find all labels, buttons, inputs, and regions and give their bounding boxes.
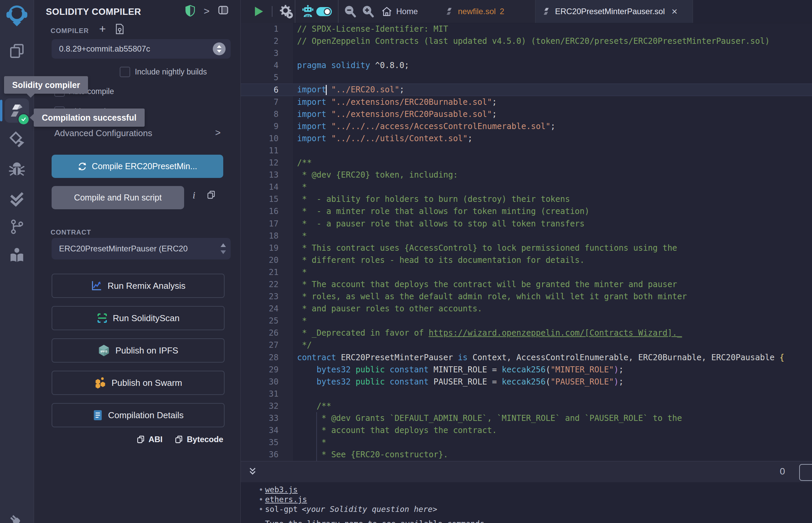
code-line[interactable]: 12/** xyxy=(241,157,812,169)
code-text: /** xyxy=(293,158,312,167)
code-text: * @dev Grants `DEFAULT_ADMIN_ROLE`, `MIN… xyxy=(293,414,682,423)
close-tab-icon[interactable]: × xyxy=(671,6,677,17)
git-icon[interactable] xyxy=(0,219,34,235)
ai-copilot-robot-icon[interactable] xyxy=(301,5,315,18)
code-line[interactable]: 2// OpenZeppelin Contracts (last updated… xyxy=(241,35,812,47)
shield-icon[interactable] xyxy=(185,5,196,17)
publish-on-swarm-button[interactable]: Publish on Swarm xyxy=(52,371,225,395)
line-number: 18 xyxy=(241,230,293,242)
code-text: * roles, as well as the default admin ro… xyxy=(293,292,687,301)
code-line[interactable]: 16 * - a minter role that allows for tok… xyxy=(241,205,812,217)
add-compiler-icon[interactable]: + xyxy=(99,22,106,35)
script-config-gear-icon[interactable] xyxy=(279,4,293,19)
code-line[interactable]: 14 * xyxy=(241,181,812,193)
tab-newfile[interactable]: newfile.sol 2 xyxy=(446,0,504,23)
code-line[interactable]: 19 * This contract uses {AccessControl} … xyxy=(241,242,812,254)
code-line[interactable]: 25 * xyxy=(241,315,812,327)
code-line[interactable]: 6import "../ERC20.sol"; xyxy=(241,84,812,96)
tooltip-arrow xyxy=(30,114,34,121)
remix-logo-icon[interactable] xyxy=(0,4,34,26)
zoom-in-icon[interactable] xyxy=(361,4,375,19)
code-line[interactable]: 18 * xyxy=(241,230,812,242)
advanced-configurations[interactable]: Advanced Configurations xyxy=(54,128,153,139)
code-line[interactable]: 21 * xyxy=(241,266,812,278)
code-line[interactable]: 30 bytes32 public constant PAUSER_ROLE =… xyxy=(241,376,812,388)
ethersjs-link[interactable]: ethers.js xyxy=(265,495,307,504)
advanced-chevron-icon[interactable]: > xyxy=(215,127,220,138)
code-line[interactable]: 20 * different roles - head to its docum… xyxy=(241,254,812,266)
terminal: 0 • web3.js • ethers.js • sol-gpt <your … xyxy=(241,461,812,523)
pin-panel-icon[interactable] xyxy=(218,5,229,16)
tab-erc20presetminterpauser[interactable]: ERC20PresetMinterPauser.sol × xyxy=(535,0,693,23)
contract-select-value: ERC20PresetMinterPauser (ERC20 xyxy=(59,244,188,253)
line-number: 1 xyxy=(241,23,293,35)
info-icon[interactable]: i xyxy=(193,190,195,201)
code-text: * - ability for holders to burn (destroy… xyxy=(293,195,570,204)
compiler-file-icon[interactable] xyxy=(115,23,124,34)
code-line[interactable]: 13 * @dev {ERC20} token, including: xyxy=(241,169,812,181)
terminal-line: • ethers.js xyxy=(241,494,812,504)
code-line[interactable]: 17 * - a pauser role that allows to stop… xyxy=(241,218,812,230)
run-solidityscan-button[interactable]: Run SolidityScan xyxy=(52,306,225,330)
plugin-manager-icon[interactable] xyxy=(0,513,34,523)
run-script-play-icon[interactable] xyxy=(253,6,264,17)
compile-button[interactable]: Compile ERC20PresetMin... xyxy=(52,155,223,178)
compiler-version-select[interactable]: 0.8.29+commit.ab55807c xyxy=(52,39,231,59)
copy-script-icon[interactable] xyxy=(207,190,216,199)
code-line[interactable]: 5 xyxy=(241,71,812,84)
code-line[interactable]: 26 * _Deprecated in favor of https://wiz… xyxy=(241,327,812,339)
code-line[interactable]: 15 * - ability for holders to burn (dest… xyxy=(241,193,812,205)
terminal-line: • sol-gpt <your Solidity question here> xyxy=(241,504,812,514)
collapse-terminal-icon[interactable] xyxy=(248,467,258,477)
code-line[interactable]: 33 * @dev Grants `DEFAULT_ADMIN_ROLE`, `… xyxy=(241,412,812,424)
code-line[interactable]: 1// SPDX-License-Identifier: MIT xyxy=(241,23,812,35)
nightly-builds-checkbox[interactable] xyxy=(120,67,130,77)
web3js-link[interactable]: web3.js xyxy=(265,485,298,494)
code-line[interactable]: 34 * account that deploys the contract. xyxy=(241,424,812,436)
code-text: * - a minter role that allows for token … xyxy=(293,206,589,216)
code-line[interactable]: 24 * and pauser roles to other accounts. xyxy=(241,303,812,315)
code-line[interactable]: 35 * xyxy=(241,436,812,449)
code-line[interactable]: 7import "../extensions/ERC20Burnable.sol… xyxy=(241,96,812,108)
code-line[interactable]: 11 xyxy=(241,145,812,157)
zoom-out-icon[interactable] xyxy=(343,4,357,19)
code-line[interactable]: 9import "../../../access/AccessControlEn… xyxy=(241,120,812,132)
static-analysis-icon[interactable] xyxy=(0,192,34,208)
debugger-icon[interactable] xyxy=(0,161,34,178)
copy-bytecode-button[interactable]: Bytecode xyxy=(175,435,223,444)
compilation-details-button[interactable]: Compilation Details xyxy=(52,403,225,427)
code-line[interactable]: 36 * See {ERC20-constructor}. xyxy=(241,449,812,461)
learneth-icon[interactable] xyxy=(0,247,34,264)
code-line[interactable]: 4pragma solidity ^0.8.0; xyxy=(241,59,812,71)
code-line[interactable]: 29 bytes32 public constant MINTER_ROLE =… xyxy=(241,364,812,376)
contract-select[interactable]: ERC20PresetMinterPauser (ERC20 xyxy=(52,238,231,259)
code-line[interactable]: 27 */ xyxy=(241,339,812,351)
code-line[interactable]: 23 * roles, as well as the default admin… xyxy=(241,290,812,303)
code-line[interactable]: 31 xyxy=(241,388,812,400)
ai-copilot-toggle[interactable] xyxy=(316,7,332,16)
compile-and-run-button[interactable]: Compile and Run script xyxy=(52,186,184,209)
line-number: 12 xyxy=(241,157,293,169)
version-sort-icon[interactable] xyxy=(212,42,226,56)
code-line[interactable]: 22 * The account that deploys the contra… xyxy=(241,278,812,290)
copy-abi-button[interactable]: ABI xyxy=(137,435,162,444)
code-line[interactable]: 32 /** xyxy=(241,400,812,412)
file-explorer-icon[interactable] xyxy=(0,43,34,59)
analysis-chart-icon xyxy=(91,280,102,291)
terminal-header[interactable]: 0 xyxy=(241,461,812,482)
run-remix-analysis-button[interactable]: Run Remix Analysis xyxy=(52,274,225,298)
deploy-run-icon[interactable] xyxy=(0,131,34,148)
tab-home[interactable]: Home xyxy=(382,0,418,23)
code-line[interactable]: 10import "../../../utils/Context.sol"; xyxy=(241,132,812,145)
code-text: */ xyxy=(293,340,312,350)
terminal-clipped-button[interactable] xyxy=(799,464,812,481)
code-editor[interactable]: 1// SPDX-License-Identifier: MIT2// Open… xyxy=(241,23,812,461)
collapse-chevron-icon[interactable]: > xyxy=(204,5,210,17)
code-line[interactable]: 28contract ERC20PresetMinterPauser is Co… xyxy=(241,351,812,364)
publish-on-ipfs-button[interactable]: IPFS Publish on IPFS xyxy=(52,338,225,363)
line-number: 10 xyxy=(241,132,293,145)
code-line[interactable]: 8import "../extensions/ERC20Pausable.sol… xyxy=(241,108,812,120)
code-line[interactable]: 3 xyxy=(241,47,812,59)
contract-section-label: CONTRACT xyxy=(51,229,91,236)
code-text: * The account that deploys the contract … xyxy=(293,280,677,289)
